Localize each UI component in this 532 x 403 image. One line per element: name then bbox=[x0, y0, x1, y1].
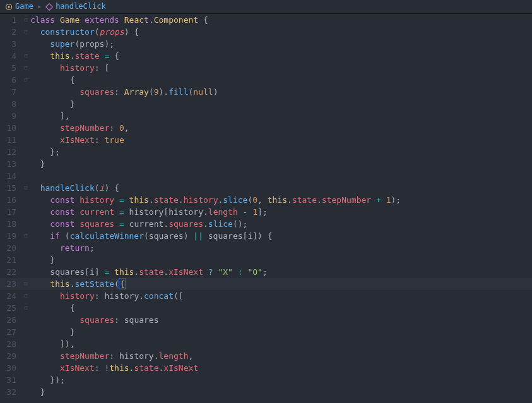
fold-toggle[interactable] bbox=[21, 350, 30, 362]
code-line[interactable]: xIsNext: !this.state.xIsNext bbox=[30, 362, 532, 374]
breadcrumb-item-method[interactable]: handleClick bbox=[45, 1, 105, 13]
line-number: 26 bbox=[0, 314, 21, 326]
fold-toggle[interactable] bbox=[21, 158, 30, 170]
code-line[interactable]: constructor(props) { bbox=[30, 26, 532, 38]
fold-toggle[interactable] bbox=[21, 86, 30, 98]
code-line[interactable]: const current = history[history.length -… bbox=[30, 206, 532, 218]
code-line[interactable]: if (calculateWinner(squares) || squares[… bbox=[30, 230, 532, 242]
line-number: 5 bbox=[0, 62, 21, 74]
fold-toggle[interactable]: ⊟ bbox=[21, 290, 30, 302]
code-line[interactable]: squares: Array(9).fill(null) bbox=[30, 86, 532, 98]
fold-toggle[interactable]: ⊟ bbox=[21, 26, 30, 38]
code-line[interactable]: class Game extends React.Component { bbox=[30, 14, 532, 26]
fold-toggle[interactable]: ⊟ bbox=[21, 278, 30, 290]
fold-toggle[interactable]: ⊟ bbox=[21, 302, 30, 314]
line-number: 7 bbox=[0, 86, 21, 98]
fold-toggle[interactable] bbox=[21, 386, 30, 398]
line-number: 16 bbox=[0, 194, 21, 206]
fold-toggle[interactable]: ⊟ bbox=[21, 50, 30, 62]
fold-toggle[interactable] bbox=[21, 206, 30, 218]
code-line[interactable]: } bbox=[30, 254, 532, 266]
line-number: 21 bbox=[0, 254, 21, 266]
code-line[interactable]: const squares = current.squares.slice(); bbox=[30, 218, 532, 230]
fold-toggle[interactable]: ⊟ bbox=[21, 230, 30, 242]
fold-toggle[interactable] bbox=[21, 194, 30, 206]
class-icon bbox=[5, 3, 13, 11]
code-line[interactable]: return; bbox=[30, 242, 532, 254]
line-number: 22 bbox=[0, 266, 21, 278]
code-line[interactable]: stepNumber: 0, bbox=[30, 122, 532, 134]
code-line[interactable]: this.setState({ bbox=[30, 278, 532, 290]
fold-toggle[interactable]: ⊟ bbox=[21, 62, 30, 74]
fold-toggle[interactable] bbox=[21, 122, 30, 134]
line-number: 15 bbox=[0, 182, 21, 194]
fold-toggle[interactable] bbox=[21, 98, 30, 110]
code-line[interactable]: this.state = { bbox=[30, 50, 532, 62]
line-number: 18 bbox=[0, 218, 21, 230]
line-number: 3 bbox=[0, 38, 21, 50]
code-line[interactable]: handleClick(i) { bbox=[30, 182, 532, 194]
code-line[interactable]: } bbox=[30, 158, 532, 170]
fold-toggle[interactable] bbox=[21, 266, 30, 278]
code-line[interactable]: const history = this.state.history.slice… bbox=[30, 194, 532, 206]
code-line[interactable]: squares: squares bbox=[30, 314, 532, 326]
line-number: 19 bbox=[0, 230, 21, 242]
fold-toggle[interactable] bbox=[21, 374, 30, 386]
breadcrumb-label: handleClick bbox=[56, 1, 105, 13]
code-line[interactable]: } bbox=[30, 386, 532, 398]
code-line[interactable]: } bbox=[30, 98, 532, 110]
fold-toggle[interactable] bbox=[21, 146, 30, 158]
line-number: 2 bbox=[0, 26, 21, 38]
breadcrumb: Game ▸ handleClick bbox=[0, 0, 532, 14]
line-number: 4 bbox=[0, 50, 21, 62]
fold-toggle[interactable] bbox=[21, 242, 30, 254]
svg-rect-2 bbox=[46, 3, 53, 10]
code-editor[interactable]: 1⊟class Game extends React.Component { 2… bbox=[0, 14, 532, 403]
line-number: 8 bbox=[0, 98, 21, 110]
fold-toggle[interactable] bbox=[21, 38, 30, 50]
code-line[interactable]: xIsNext: true bbox=[30, 134, 532, 146]
fold-toggle[interactable]: ⊟ bbox=[21, 14, 30, 26]
code-line[interactable]: stepNumber: history.length, bbox=[30, 350, 532, 362]
code-line[interactable]: } bbox=[30, 326, 532, 338]
line-number: 12 bbox=[0, 146, 21, 158]
fold-toggle[interactable] bbox=[21, 254, 30, 266]
line-number: 14 bbox=[0, 170, 21, 182]
fold-toggle[interactable] bbox=[21, 362, 30, 374]
line-number: 1 bbox=[0, 14, 21, 26]
code-line[interactable]: history: [ bbox=[30, 62, 532, 74]
code-line[interactable]: ]), bbox=[30, 338, 532, 350]
fold-toggle[interactable] bbox=[21, 170, 30, 182]
code-line[interactable]: { bbox=[30, 74, 532, 86]
code-line[interactable]: history: history.concat([ bbox=[30, 290, 532, 302]
line-number: 30 bbox=[0, 362, 21, 374]
line-number: 17 bbox=[0, 206, 21, 218]
fold-toggle[interactable] bbox=[21, 110, 30, 122]
fold-toggle[interactable]: ⊟ bbox=[21, 74, 30, 86]
line-number: 9 bbox=[0, 110, 21, 122]
line-number: 24 bbox=[0, 290, 21, 302]
line-number: 32 bbox=[0, 386, 21, 398]
breadcrumb-item-class[interactable]: Game bbox=[5, 1, 33, 13]
fold-toggle[interactable] bbox=[21, 134, 30, 146]
code-line[interactable] bbox=[30, 170, 532, 182]
fold-toggle[interactable] bbox=[21, 338, 30, 350]
fold-toggle[interactable]: ⊟ bbox=[21, 182, 30, 194]
line-number: 31 bbox=[0, 374, 21, 386]
code-line[interactable]: ], bbox=[30, 110, 532, 122]
code-line[interactable]: super(props); bbox=[30, 38, 532, 50]
line-number: 25 bbox=[0, 302, 21, 314]
line-number: 29 bbox=[0, 350, 21, 362]
code-line[interactable]: squares[i] = this.state.xIsNext ? "X" : … bbox=[30, 266, 532, 278]
cursor: { bbox=[119, 279, 126, 289]
code-line[interactable]: }); bbox=[30, 374, 532, 386]
fold-toggle[interactable] bbox=[21, 314, 30, 326]
line-number: 28 bbox=[0, 338, 21, 350]
fold-toggle[interactable] bbox=[21, 218, 30, 230]
fold-toggle[interactable] bbox=[21, 326, 30, 338]
method-icon bbox=[45, 3, 53, 11]
code-line[interactable]: }; bbox=[30, 146, 532, 158]
line-number: 23 bbox=[0, 278, 21, 290]
breadcrumb-label: Game bbox=[15, 1, 33, 13]
code-line[interactable]: { bbox=[30, 302, 532, 314]
